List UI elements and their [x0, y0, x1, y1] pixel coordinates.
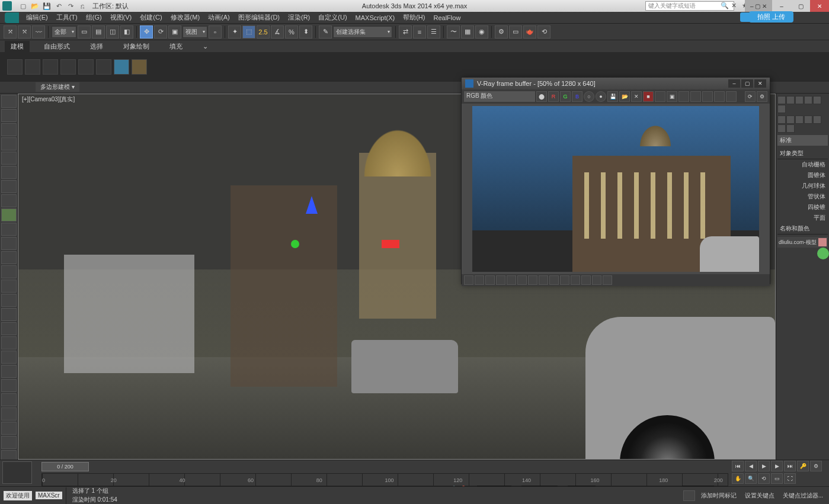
polygon-modeling-label[interactable]: 多边形建模 ▾ [36, 82, 79, 92]
timeline-ruler[interactable]: 0 20 40 60 80 100 120 140 160 180 200 [41, 473, 728, 486]
ribbon-tab-freeform[interactable]: 自由形式 [38, 41, 76, 52]
display-tab-icon[interactable] [813, 96, 821, 104]
vfb-region-icon[interactable]: ▣ [667, 91, 677, 102]
time-slider-handle[interactable]: 0 / 200 [41, 462, 89, 471]
select-link-icon[interactable]: ⤱ [4, 25, 17, 38]
helpers-icon[interactable] [813, 115, 821, 124]
workspace-selector[interactable]: 工作区: 默认 [92, 2, 129, 11]
vfb-bottom-tool[interactable] [464, 275, 473, 285]
schematic-icon[interactable]: ▦ [461, 25, 474, 38]
percent-snap-icon[interactable]: % [285, 25, 298, 38]
vfb-bottom-tool[interactable] [603, 275, 612, 285]
menu-edit[interactable]: 编辑(E) [23, 12, 52, 23]
mirror-icon[interactable]: ⇄ [399, 25, 412, 38]
maxscript-listener[interactable]: MAXScr [36, 492, 62, 499]
ribbon-tab-selection[interactable]: 选择 [84, 41, 109, 52]
cameras-icon[interactable] [804, 115, 812, 124]
menu-group[interactable]: 组(G) [82, 12, 105, 23]
vfb-render-output[interactable] [472, 106, 759, 272]
vfb-tool-icon[interactable] [655, 91, 665, 102]
lights-icon[interactable] [795, 115, 804, 124]
spacewarps-icon[interactable] [777, 124, 786, 133]
menu-animation[interactable]: 动画(A) [204, 12, 233, 23]
ribbon-tab-modeling[interactable]: 建模 [5, 41, 30, 52]
manipulate-icon[interactable]: ✦ [228, 25, 241, 38]
vfb-globe-icon[interactable]: ⬤ [536, 91, 547, 102]
select-rect-icon[interactable]: ◫ [106, 25, 119, 38]
vfb-tool-icon[interactable] [678, 91, 689, 102]
menu-customize[interactable]: 自定义(U) [315, 12, 350, 23]
ribbon-tab-populate[interactable]: 填充 [164, 41, 188, 52]
goto-start-icon[interactable]: ⏮ [732, 461, 744, 471]
maximize-button[interactable]: ▢ [791, 0, 810, 12]
play-icon[interactable]: ▶ [758, 461, 770, 471]
menu-grapheditors[interactable]: 图形编辑器(D) [235, 12, 283, 23]
vfb-settings-icon[interactable]: ⚙ [757, 91, 767, 102]
time-config-icon[interactable]: ⚙ [810, 461, 822, 471]
vfb-bottom-tool[interactable] [517, 275, 527, 285]
left-tool[interactable] [1, 379, 17, 392]
render-icon[interactable]: 🫖 [523, 25, 536, 38]
application-menu-icon[interactable] [5, 12, 19, 23]
prev-frame-icon[interactable]: ◀ [745, 461, 757, 471]
left-tool[interactable] [1, 95, 17, 108]
vfb-bottom-tool[interactable] [528, 275, 537, 285]
vfb-blue-channel[interactable]: B [572, 91, 582, 102]
left-tool[interactable] [1, 223, 17, 236]
vfb-red-channel[interactable]: R [548, 91, 559, 102]
pivot-center-icon[interactable]: ▫ [209, 25, 222, 38]
search-icon[interactable]: 🔍 [721, 2, 729, 10]
left-tool[interactable] [1, 208, 17, 221]
render-iterative-icon[interactable]: ⟲ [537, 25, 550, 38]
vray-frame-buffer-window[interactable]: V-Ray frame buffer - [50% of 1280 x 640]… [461, 77, 770, 284]
material-editor-icon[interactable]: ◉ [475, 25, 488, 38]
left-tool[interactable] [1, 294, 17, 307]
create-geosphere-button[interactable]: 几何球体 [777, 181, 828, 191]
create-tab-icon[interactable] [777, 96, 786, 104]
link-icon[interactable]: ⎌ [78, 2, 87, 10]
vfb-bottom-tool[interactable] [592, 275, 601, 285]
create-pyramid-button[interactable]: 四棱锥 [777, 202, 828, 213]
ribbon-tab-objectpaint[interactable]: 对象绘制 [117, 41, 155, 52]
menu-modifiers[interactable]: 修改器(M) [167, 12, 204, 23]
ribbon-button[interactable] [114, 59, 129, 75]
modify-tab-icon[interactable] [786, 96, 795, 104]
menu-help[interactable]: 帮助(H) [399, 12, 428, 23]
nav-zoom-icon[interactable]: 🔍 [745, 473, 757, 484]
left-tool[interactable] [1, 365, 17, 378]
left-tool[interactable] [1, 109, 17, 122]
left-tool[interactable] [1, 393, 17, 406]
vfb-stop-icon[interactable]: ■ [643, 91, 654, 102]
curve-editor-icon[interactable]: 〜 [447, 25, 460, 38]
shapes-icon[interactable] [786, 115, 795, 124]
upload-button[interactable]: 拍照 上传 [749, 11, 793, 23]
left-tool[interactable] [1, 166, 17, 179]
add-time-tag[interactable]: 添加时间标记 [699, 492, 739, 500]
left-tool[interactable] [1, 450, 17, 460]
select-object-icon[interactable]: ▭ [78, 25, 91, 38]
bind-space-warp-icon[interactable]: 〰 [32, 25, 45, 38]
vfb-bottom-tool[interactable] [571, 275, 580, 285]
vfb-bottom-tool[interactable] [475, 275, 484, 285]
create-tube-button[interactable]: 管状体 [777, 191, 828, 202]
vfb-titlebar[interactable]: V-Ray frame buffer - [50% of 1280 x 640]… [462, 78, 770, 89]
vfb-bottom-tool[interactable] [549, 275, 559, 285]
unlink-icon[interactable]: ⤲ [18, 25, 31, 38]
left-tool[interactable] [1, 265, 17, 278]
ribbon-button[interactable] [60, 59, 76, 75]
ribbon-button[interactable] [7, 59, 23, 75]
vfb-bottom-tool[interactable] [539, 275, 548, 285]
vfb-tool-icon[interactable] [714, 91, 725, 102]
viewport-label[interactable]: [+][Camera03][真实] [22, 95, 75, 104]
render-frame-icon[interactable]: ▭ [509, 25, 522, 38]
vfb-maximize-button[interactable]: ▢ [741, 79, 753, 88]
left-tool[interactable] [1, 308, 17, 321]
utilities-tab-icon[interactable] [777, 105, 786, 113]
named-sel-combo[interactable]: 创建选择集 [333, 26, 392, 38]
vfb-bottom-tool[interactable] [496, 275, 505, 285]
auto-grid-checkbox[interactable]: 自动栅格 [777, 159, 828, 170]
named-sel-edit-icon[interactable]: ✎ [319, 25, 332, 38]
nav-orbit-icon[interactable]: ⟲ [758, 473, 770, 484]
selection-filter-combo[interactable]: 全部 [52, 26, 76, 38]
vfb-load-icon[interactable]: 📂 [619, 91, 630, 102]
